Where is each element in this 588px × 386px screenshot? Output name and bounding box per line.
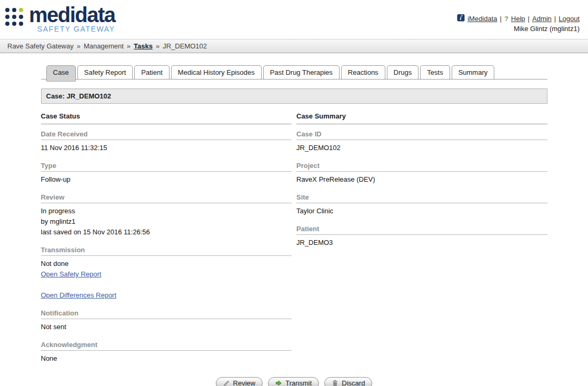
tab-past-drug-therapies[interactable]: Past Drug Therapies — [263, 65, 340, 79]
help-question-icon: ? — [504, 15, 509, 23]
medidata-dots-icon — [5, 8, 25, 28]
field-label: Transmission — [41, 246, 292, 256]
breadcrumb-item-tasks[interactable]: Tasks — [134, 42, 153, 50]
case-status-column: Case StatusDate Received11 Nov 2016 11:3… — [41, 112, 292, 372]
field-patient: PatientJR_DEMO3 — [296, 225, 547, 248]
help-link[interactable]: Help — [511, 15, 525, 23]
field-label: Site — [296, 193, 547, 203]
field-value: None — [41, 353, 292, 364]
imedidata-link[interactable]: iMedidata — [467, 15, 497, 23]
field-project: ProjectRaveX PreRelease (DEV) — [296, 162, 547, 185]
admin-link[interactable]: Admin — [532, 15, 552, 23]
section-title: Case Status — [41, 112, 292, 124]
field-transmission: TransmissionNot doneOpen Safety ReportOp… — [41, 246, 292, 301]
open-safety-report-link[interactable]: Open Safety Report — [41, 269, 102, 280]
breadcrumb-separator-icon: » — [127, 42, 131, 50]
field-label: Review — [41, 193, 292, 203]
breadcrumb: Rave Safety Gateway»Management»Tasks»JR_… — [0, 39, 588, 53]
field-label: Acknowledgment — [41, 341, 292, 351]
userbar-separator: | — [554, 15, 556, 23]
section-title: Case Summary — [296, 112, 547, 124]
field-type: TypeFollow-up — [41, 162, 292, 185]
field-value: Follow-up — [41, 174, 292, 185]
field-value: JR_DEMO3 — [296, 237, 547, 248]
userbar-separator: | — [500, 15, 502, 23]
transmit-button[interactable]: Transmit — [268, 377, 319, 386]
field-label: Notification — [41, 309, 292, 319]
tab-reactions[interactable]: Reactions — [341, 65, 385, 79]
breadcrumb-separator-icon: » — [77, 42, 81, 50]
tab-case[interactable]: Case — [46, 65, 76, 82]
field-case-id: Case IDJR_DEMO102 — [296, 130, 547, 153]
tab-safety-report[interactable]: Safety Report — [77, 65, 133, 79]
field-value: Taylor Clinic — [296, 206, 547, 216]
field-date-received: Date Received11 Nov 2016 11:32:15 — [41, 130, 292, 153]
field-label: Case ID — [296, 130, 547, 140]
logo-brand-text: medidata — [29, 5, 115, 25]
imedidata-icon: i — [457, 14, 465, 23]
page-header: medidata SAFETY GATEWAY iiMedidata|?Help… — [0, 0, 588, 39]
medidata-logo: medidata SAFETY GATEWAY — [5, 5, 115, 33]
current-user-label: Mike Glintz (mglintz1) — [457, 25, 580, 33]
case-columns: Case StatusDate Received11 Nov 2016 11:3… — [41, 112, 547, 372]
field-label: Date Received — [41, 130, 292, 140]
field-value: RaveX PreRelease (DEV) — [296, 174, 547, 185]
tab-bar: CaseSafety ReportPatientMedical History … — [41, 65, 547, 80]
logo-subtitle-text: SAFETY GATEWAY — [29, 25, 115, 33]
tab-patient[interactable]: Patient — [134, 65, 169, 79]
logout-link[interactable]: Logout — [559, 15, 580, 23]
field-value: 11 Nov 2016 11:32:15 — [41, 143, 292, 153]
case-title-bar: Case: JR_DEMO102 — [41, 88, 547, 104]
field-value: Not done — [41, 259, 292, 269]
user-links-row: iiMedidata|?Help|Admin|Logout — [457, 14, 580, 23]
main-content: CaseSafety ReportPatientMedical History … — [41, 65, 547, 386]
tab-drugs[interactable]: Drugs — [387, 65, 419, 79]
action-button-row: ReviewTransmitDiscard — [41, 377, 547, 386]
button-label: Discard — [342, 379, 365, 386]
breadcrumb-item-rave-safety-gateway: Rave Safety Gateway — [7, 42, 74, 50]
field-value: JR_DEMO102 — [296, 143, 547, 153]
breadcrumb-item-jr-demo102: JR_DEMO102 — [163, 42, 207, 50]
field-site: SiteTaylor Clinic — [296, 193, 547, 216]
field-label: Type — [41, 162, 292, 172]
button-label: Transmit — [285, 379, 312, 386]
field-value: In progress — [41, 206, 292, 216]
tab-medical-history-episodes[interactable]: Medical History Episodes — [171, 65, 262, 79]
breadcrumb-item-management: Management — [84, 42, 124, 50]
field-label: Patient — [296, 225, 547, 235]
pencil-icon — [223, 380, 230, 386]
trash-icon — [332, 380, 338, 386]
button-label: Review — [233, 379, 256, 386]
breadcrumb-separator-icon: » — [156, 42, 160, 50]
field-label: Project — [296, 162, 547, 172]
field-value: last saved on 15 Nov 2016 11:26:56 — [41, 227, 292, 237]
user-toolbar: iiMedidata|?Help|Admin|Logout Mike Glint… — [457, 14, 580, 33]
open-differences-report-link[interactable]: Open Differences Report — [41, 290, 117, 301]
field-notification: NotificationNot sent — [41, 309, 292, 332]
discard-button[interactable]: Discard — [324, 377, 372, 386]
review-button[interactable]: Review — [216, 377, 263, 386]
field-acknowledgment: AcknowledgmentNone — [41, 341, 292, 364]
userbar-separator: | — [528, 15, 530, 23]
case-summary-column: Case SummaryCase IDJR_DEMO102ProjectRave… — [296, 112, 547, 372]
field-value: Not sent — [41, 322, 292, 332]
tab-tests[interactable]: Tests — [420, 65, 450, 79]
transmit-arrow-icon — [275, 380, 282, 386]
field-review: ReviewIn progressby mglintz1last saved o… — [41, 193, 292, 237]
field-value: by mglintz1 — [41, 216, 292, 227]
tab-summary[interactable]: Summary — [452, 65, 495, 79]
